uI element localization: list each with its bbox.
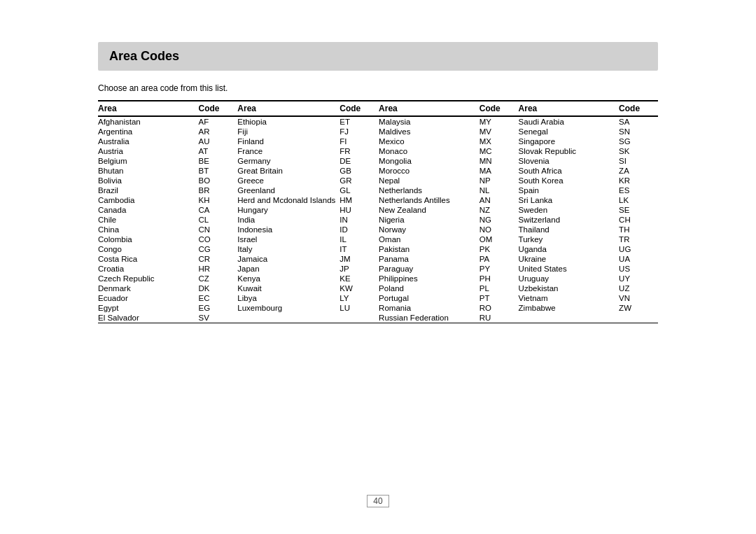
header-area-4: Area	[519, 101, 620, 116]
cell-code-0-15: HR	[198, 264, 237, 274]
cell-code-2-7: NL	[479, 185, 519, 195]
cell-area-1-17: Kuwait	[237, 283, 340, 293]
cell-code-2-15: PY	[479, 264, 519, 274]
cell-code-3-7: ES	[619, 185, 658, 195]
cell-code-2-12: OM	[479, 234, 519, 244]
table-row: ColombiaCOIsraelILOmanOMTurkeyTR	[98, 234, 658, 244]
table-row: ArgentinaARFijiFJMaldivesMVSenegalSN	[98, 127, 658, 136]
cell-code-3-12: TR	[619, 234, 658, 244]
header-code-2: Code	[340, 101, 379, 116]
cell-area-1-12: Israel	[237, 234, 340, 244]
cell-area-1-16: Kenya	[237, 274, 340, 283]
cell-area-2-9: New Zealand	[379, 205, 479, 215]
cell-code-2-2: MX	[479, 136, 519, 146]
cell-area-1-7: Greenland	[237, 185, 340, 195]
cell-code-2-18: PT	[479, 293, 519, 303]
cell-code-3-9: SE	[619, 205, 658, 215]
cell-code-0-19: EG	[198, 303, 237, 313]
cell-code-0-5: BT	[198, 166, 237, 176]
cell-area-1-6: Greece	[237, 176, 340, 185]
cell-area-3-13: Uganda	[519, 244, 620, 254]
cell-area-0-1: Argentina	[98, 127, 198, 136]
table-row: AustraliaAUFinlandFIMexicoMXSingaporeSG	[98, 136, 658, 146]
cell-code-3-8: LK	[619, 195, 658, 205]
cell-area-3-19: Zimbabwe	[519, 303, 620, 313]
cell-code-1-2: FI	[340, 136, 379, 146]
cell-code-2-10: NG	[479, 215, 519, 225]
cell-area-0-13: Congo	[98, 244, 198, 254]
cell-area-1-5: Great Britain	[237, 166, 340, 176]
cell-code-1-0: ET	[340, 116, 379, 127]
cell-area-3-18: Vietnam	[519, 293, 620, 303]
cell-code-0-14: CR	[198, 254, 237, 264]
cell-code-1-8: HM	[340, 195, 379, 205]
cell-code-0-9: CA	[198, 205, 237, 215]
cell-code-0-8: KH	[198, 195, 237, 205]
cell-code-1-10: IN	[340, 215, 379, 225]
cell-area-0-14: Costa Rica	[98, 254, 198, 264]
cell-area-2-6: Nepal	[379, 176, 479, 185]
table-row: ChinaCNIndonesiaIDNorwayNOThailandTH	[98, 225, 658, 234]
cell-area-2-18: Portugal	[379, 293, 479, 303]
cell-code-3-6: KR	[619, 176, 658, 185]
cell-code-1-11: ID	[340, 225, 379, 234]
cell-area-2-14: Panama	[379, 254, 479, 264]
subtitle: Choose an area code from this list.	[98, 83, 658, 93]
table-row: BhutanBTGreat BritainGBMoroccoMASouth Af…	[98, 166, 658, 176]
cell-code-1-3: FR	[340, 146, 379, 156]
cell-code-1-12: IL	[340, 234, 379, 244]
cell-code-1-1: FJ	[340, 127, 379, 136]
cell-area-3-1: Senegal	[519, 127, 620, 136]
cell-code-1-19: LU	[340, 303, 379, 313]
page-title: Area Codes	[109, 49, 647, 64]
cell-code-1-16: KE	[340, 274, 379, 283]
header-area-3: Area	[379, 101, 479, 116]
cell-code-0-7: BR	[198, 185, 237, 195]
cell-area-2-13: Pakistan	[379, 244, 479, 254]
cell-area-3-14: Ukraine	[519, 254, 620, 264]
table-row: DenmarkDKKuwaitKWPolandPLUzbekistanUZ	[98, 283, 658, 293]
cell-code-3-5: ZA	[619, 166, 658, 176]
cell-code-3-3: SK	[619, 146, 658, 156]
cell-code-0-10: CL	[198, 215, 237, 225]
cell-code-3-0: SA	[619, 116, 658, 127]
cell-code-0-17: DK	[198, 283, 237, 293]
cell-code-2-3: MC	[479, 146, 519, 156]
area-table: Area Code Area Code Area Code Area Code …	[98, 100, 658, 323]
table-row: CambodiaKHHerd and Mcdonald IslandsHMNet…	[98, 195, 658, 205]
cell-area-2-17: Poland	[379, 283, 479, 293]
cell-code-3-17: UZ	[619, 283, 658, 293]
title-bar: Area Codes	[98, 42, 658, 71]
table-row: Costa RicaCRJamaicaJMPanamaPAUkraineUA	[98, 254, 658, 264]
cell-area-3-3: Slovak Republic	[519, 146, 620, 156]
cell-area-0-8: Cambodia	[98, 195, 198, 205]
cell-code-1-13: IT	[340, 244, 379, 254]
table-row: CongoCGItalyITPakistanPKUgandaUG	[98, 244, 658, 254]
cell-code-0-13: CG	[198, 244, 237, 254]
header-code-3: Code	[479, 101, 519, 116]
cell-code-0-20: SV	[198, 313, 237, 323]
cell-area-3-8: Sri Lanka	[519, 195, 620, 205]
cell-area-0-5: Bhutan	[98, 166, 198, 176]
cell-code-0-18: EC	[198, 293, 237, 303]
cell-area-0-17: Denmark	[98, 283, 198, 293]
cell-code-3-1: SN	[619, 127, 658, 136]
cell-area-1-10: India	[237, 215, 340, 225]
cell-area-0-9: Canada	[98, 205, 198, 215]
cell-code-3-2: SG	[619, 136, 658, 146]
cell-area-0-2: Australia	[98, 136, 198, 146]
cell-area-1-8: Herd and Mcdonald Islands	[237, 195, 340, 205]
cell-code-2-8: AN	[479, 195, 519, 205]
cell-area-1-15: Japan	[237, 264, 340, 274]
cell-code-0-1: AR	[198, 127, 237, 136]
header-code-1: Code	[198, 101, 237, 116]
table-row: El SalvadorSVRussian FederationRU	[98, 313, 658, 323]
cell-code-3-10: CH	[619, 215, 658, 225]
cell-code-0-12: CO	[198, 234, 237, 244]
cell-area-2-1: Maldives	[379, 127, 479, 136]
cell-code-1-4: DE	[340, 156, 379, 166]
cell-area-3-17: Uzbekistan	[519, 283, 620, 293]
cell-code-3-13: UG	[619, 244, 658, 254]
cell-code-0-2: AU	[198, 136, 237, 146]
cell-code-2-20: RU	[479, 313, 519, 323]
